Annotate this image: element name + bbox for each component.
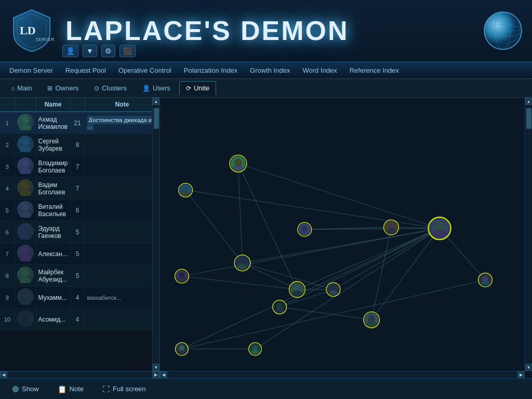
tab-main[interactable]: ⌂Main xyxy=(4,81,38,95)
svg-point-20 xyxy=(20,255,31,261)
graph-node-10[interactable] xyxy=(364,312,380,328)
graph-node-8[interactable] xyxy=(326,283,340,297)
table-row[interactable]: 10 Асомид... 4 xyxy=(0,309,159,330)
table-row[interactable]: 8 МайрбекАбуезид... 5 xyxy=(0,265,159,287)
tab-unite[interactable]: ⟳Unite xyxy=(179,81,216,95)
row-name-10: Асомид... xyxy=(36,309,70,330)
row-name-3: ВладимирБоголаев xyxy=(36,156,70,178)
table-row[interactable]: 6 ЭдуардГаенков 5 xyxy=(0,221,159,243)
svg-point-8 xyxy=(20,124,31,130)
avatar-cell-9 xyxy=(15,287,36,309)
fullscreen-label: Full screen xyxy=(113,385,146,393)
row-note-6 xyxy=(85,221,159,243)
nav-item-demon-server[interactable]: Demon Server xyxy=(4,64,58,76)
nav-item-operative-control[interactable]: Operative Control xyxy=(113,64,177,76)
h-scroll-track xyxy=(8,373,152,378)
globe-icon xyxy=(482,10,524,51)
graph-node-13[interactable] xyxy=(478,273,493,287)
svg-point-12 xyxy=(20,168,31,174)
graph-node-9[interactable] xyxy=(273,300,287,314)
table-v-scrollbar[interactable]: ▲ ▼ xyxy=(152,98,159,371)
row-note-5 xyxy=(85,200,159,221)
table-row[interactable]: 5 ВиталийВасильев 6 xyxy=(0,200,159,221)
row-count-8: 5 xyxy=(70,265,85,287)
graph-v-thumb[interactable] xyxy=(526,108,531,129)
table-row[interactable]: 9 Мухамм... 4 ваххабитск... xyxy=(0,287,159,309)
table-row[interactable]: 1 АхмадИсмаилов 21 Достоинства джихада и… xyxy=(0,112,159,134)
settings-icon-btn[interactable]: ⚙ xyxy=(101,45,115,57)
avatar-cell-6 xyxy=(15,221,36,243)
filter-icon-btn[interactable]: ⬛ xyxy=(119,45,136,57)
owners-tab-label: Owners xyxy=(55,84,78,92)
row-name-9: Мухамм... xyxy=(36,287,70,309)
row-note-7 xyxy=(85,243,159,265)
fullscreen-button[interactable]: ⛶ Full screen xyxy=(98,383,150,395)
table-h-scrollbar[interactable]: ◀ ▶ xyxy=(0,371,159,378)
graph-scroll-left[interactable]: ◀ xyxy=(160,371,167,379)
logo-shield: LD SERVER xyxy=(8,7,55,54)
row-num-4: 4 xyxy=(0,178,15,200)
fullscreen-icon: ⛶ xyxy=(102,385,110,393)
graph-node-6[interactable] xyxy=(175,269,189,283)
table-row[interactable]: 3 ВладимирБоголаев 7 xyxy=(0,156,159,178)
svg-text:SERVER: SERVER xyxy=(35,37,55,42)
user-icon-btn[interactable]: 👤 xyxy=(62,45,78,57)
table-row[interactable]: 4 ВадимБоголаев 7 xyxy=(0,178,159,200)
graph-node-11[interactable] xyxy=(176,343,189,356)
note-icon: 📋 xyxy=(58,385,66,393)
tab-clusters[interactable]: ⊙Clusters xyxy=(87,81,134,95)
tab-users[interactable]: 👤Users xyxy=(136,81,177,95)
graph-scroll-down[interactable]: ▼ xyxy=(525,364,533,371)
note-button[interactable]: 📋 Note xyxy=(54,383,88,395)
dropdown-btn[interactable]: ▼ xyxy=(83,45,97,57)
svg-point-21 xyxy=(22,269,29,276)
nav-item-growth-index[interactable]: Growth Index xyxy=(245,64,295,76)
graph-node-1[interactable] xyxy=(179,183,193,197)
svg-point-18 xyxy=(20,233,31,240)
row-num-3: 3 xyxy=(0,156,15,178)
table-row[interactable]: 2 СергейЗубарев 8 xyxy=(0,134,159,156)
scroll-right[interactable]: ▶ xyxy=(152,371,159,379)
clusters-tab-label: Clusters xyxy=(102,84,127,92)
nav-item-word-index[interactable]: Word Index xyxy=(297,64,342,76)
row-num-10: 10 xyxy=(0,309,15,330)
owners-tab-icon: ⊞ xyxy=(47,85,52,92)
row-num-2: 2 xyxy=(0,134,15,156)
graph-node-5[interactable] xyxy=(234,255,250,272)
graph-scroll-right[interactable]: ▶ xyxy=(517,371,525,379)
scroll-left[interactable]: ◀ xyxy=(0,371,7,379)
graph-h-scrollbar[interactable]: ◀ ▶ xyxy=(160,371,525,378)
table-row[interactable]: 7 Алексан... 5 xyxy=(0,243,159,265)
col-count xyxy=(70,98,85,112)
row-note-3 xyxy=(85,156,159,178)
scroll-thumb[interactable] xyxy=(154,108,159,129)
row-name-4: ВадимБоголаев xyxy=(36,178,70,200)
graph-node-7[interactable] xyxy=(289,282,305,298)
row-note-8 xyxy=(85,265,159,287)
scroll-up[interactable]: ▲ xyxy=(153,98,160,105)
row-count-10: 4 xyxy=(70,309,85,330)
row-count-9: 4 xyxy=(70,287,85,309)
avatar-cell-7 xyxy=(15,243,36,265)
unite-tab-label: Unite xyxy=(194,84,209,92)
tabs-bar: ⌂Main⊞Owners⊙Clusters👤Users⟳Unite xyxy=(0,79,532,98)
svg-point-9 xyxy=(22,138,29,145)
graph-node-12[interactable] xyxy=(249,343,262,356)
scroll-down[interactable]: ▼ xyxy=(153,364,160,371)
avatar-cell-10 xyxy=(15,309,36,330)
table-panel: Name Note 1 АхмадИсмаилов 21 Достоинства… xyxy=(0,98,160,378)
row-count-5: 6 xyxy=(70,200,85,221)
nav-item-reference-index[interactable]: Reference Index xyxy=(344,64,404,76)
nav-item-request-pool[interactable]: Request Pool xyxy=(60,64,111,76)
graph-node-3[interactable] xyxy=(384,220,399,235)
row-name-6: ЭдуардГаенков xyxy=(36,221,70,243)
show-button[interactable]: Show xyxy=(8,383,43,395)
nav-item-polarization-index[interactable]: Polarization Index xyxy=(179,64,243,76)
row-num-8: 8 xyxy=(0,265,15,287)
graph-node-2[interactable] xyxy=(298,222,312,236)
graph-scroll-up[interactable]: ▲ xyxy=(525,98,533,105)
svg-text:LD: LD xyxy=(20,24,36,37)
graph-v-scrollbar[interactable]: ▲ ▼ xyxy=(525,98,532,371)
row-name-7: Алексан... xyxy=(36,243,70,265)
tab-owners[interactable]: ⊞Owners xyxy=(41,81,85,95)
